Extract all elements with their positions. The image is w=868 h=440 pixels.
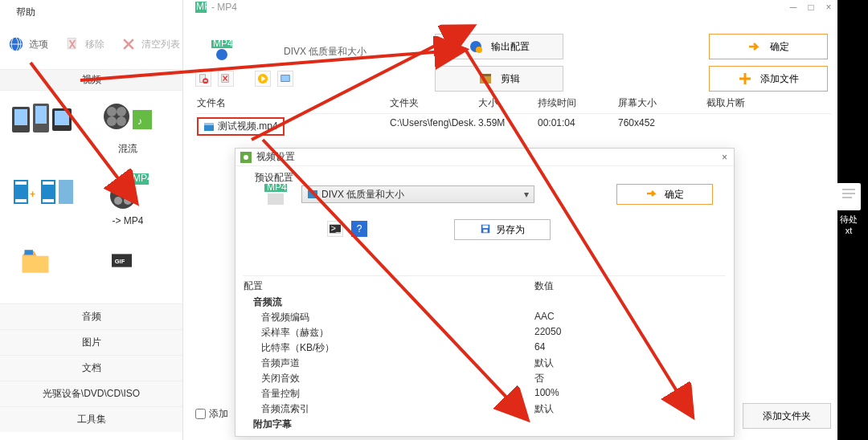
svg-point-8 [104, 104, 129, 129]
cfg-value [534, 418, 726, 431]
dialog-close-icon[interactable]: × [722, 152, 727, 163]
cell-folder: C:\Users\feng\Desk.. [388, 117, 477, 136]
play-icon[interactable] [255, 71, 271, 87]
sidebar-item-optical[interactable]: 光驱设备\DVD\CD\ISO [0, 381, 182, 406]
text-file-icon [837, 183, 861, 210]
menu-help[interactable]: 帮助 [16, 6, 35, 19]
cfg-value: AAC [534, 311, 726, 324]
window-titlebar: MP4 - MP4 [195, 0, 837, 14]
film-music-icon: ♪ [96, 99, 160, 139]
cfg-row[interactable]: 音视频编码AAC [244, 310, 726, 325]
add-folder-checkbox[interactable]: 添加 [195, 407, 228, 421]
cfg-value: 否 [534, 372, 726, 385]
svg-point-12 [117, 116, 126, 126]
dialog-ok-button[interactable]: 确定 [616, 184, 713, 205]
add-folder-button[interactable]: 添加文件夹 [743, 403, 831, 429]
svg-point-28 [114, 197, 122, 205]
svg-rect-60 [483, 225, 489, 228]
cfg-row[interactable]: 附加字幕 [244, 417, 726, 431]
thumb-mix-label: 混流 [92, 142, 164, 156]
cfg-row[interactable]: 比特率（KB/秒）64 [244, 340, 726, 356]
save-as-button[interactable]: 另存为 [454, 219, 551, 240]
svg-rect-48 [281, 75, 290, 82]
profile-label: DIVX 低质量和大小 [284, 45, 366, 59]
options-button[interactable]: 选项 [6, 35, 48, 54]
clear-button[interactable]: 清空列表 [119, 35, 180, 54]
arrow-right-icon [747, 39, 762, 54]
th-name[interactable]: 文件名 [195, 96, 388, 110]
desktop-file[interactable]: 待处 xt [834, 183, 863, 235]
th-duration[interactable]: 持续时间 [536, 96, 616, 110]
cell-duration: 00:01:04 [536, 117, 616, 136]
cfg-row[interactable]: 音频流索引默认 [244, 401, 726, 417]
cfg-key: 音频流 [244, 295, 534, 309]
gif-icon: GIF [96, 242, 160, 283]
cfg-row[interactable]: 音频声道默认 [244, 356, 726, 371]
svg-rect-55 [268, 194, 284, 205]
add-file-button[interactable]: 添加文件 [709, 66, 828, 92]
svg-text:MP4: MP4 [213, 40, 232, 49]
svg-rect-56 [308, 190, 317, 198]
maximize-icon[interactable]: □ [805, 2, 817, 13]
cell-name: 测试视频.mp4 [218, 120, 278, 133]
thumb-gif[interactable]: GIF [92, 242, 164, 286]
thumb-combine[interactable]: + [6, 172, 79, 226]
sidebar-item-audio[interactable]: 音频 [0, 304, 182, 329]
add-folder-button-label: 添加文件夹 [763, 409, 811, 423]
svg-rect-42 [480, 74, 491, 76]
remove-button[interactable]: 移除 [63, 35, 104, 54]
add-folder-checkbox-input[interactable] [195, 409, 206, 419]
cfg-key: 采样率（赫兹） [244, 326, 534, 340]
thumbnail-icon[interactable] [277, 71, 293, 87]
thumb-tomp4[interactable]: MP4 -> MP4 [92, 172, 164, 226]
cfg-row[interactable]: 音量控制100% [244, 386, 726, 401]
file-table: 文件名 文件夹 大小 持续时间 屏幕大小 截取片断 测试视频.mp4 C:\Us… [195, 96, 831, 139]
terminal-icon[interactable]: >_ [327, 221, 343, 237]
svg-rect-21 [43, 199, 54, 202]
minimize-icon[interactable]: ─ [788, 2, 799, 13]
svg-point-52 [244, 155, 248, 160]
cfg-key: 音频流索引 [244, 402, 534, 416]
remove-file-icon[interactable] [195, 71, 211, 87]
edit-button[interactable]: 剪辑 [435, 66, 563, 92]
cfg-header-key: 配置 [244, 279, 534, 293]
save-icon [480, 223, 491, 237]
add-file-label: 添加文件 [760, 72, 799, 86]
output-config-button[interactable]: 输出配置 [435, 34, 563, 59]
help-icon[interactable]: ? [351, 221, 367, 237]
cfg-row[interactable]: 关闭音效否 [244, 371, 726, 386]
cfg-key: 音量控制 [244, 387, 534, 401]
confirm-button[interactable]: 确定 [709, 34, 828, 59]
thumb-devices[interactable] [6, 99, 79, 156]
cfg-row[interactable]: 音频流 [244, 295, 726, 310]
config-table: 配置 数值 音频流音视频编码AAC采样率（赫兹）22050比特率（KB/秒）64… [244, 275, 726, 431]
cfg-key: 附加字幕 [244, 418, 534, 431]
app-icon: MP4 [195, 2, 207, 13]
sidebar-item-tools[interactable]: 工具集 [0, 406, 182, 432]
th-dim[interactable]: 屏幕大小 [616, 96, 705, 110]
thumb-folder[interactable] [6, 242, 79, 286]
cfg-value: 默认 [534, 356, 726, 370]
sidebar-item-doc[interactable]: 文档 [0, 355, 182, 381]
svg-text:MP4: MP4 [196, 2, 207, 12]
th-cut[interactable]: 截取片断 [705, 96, 831, 110]
cfg-row[interactable]: 采样率（赫兹）22050 [244, 325, 726, 340]
thumb-film-music[interactable]: ♪ 混流 [92, 99, 164, 156]
svg-point-9 [107, 107, 117, 116]
th-folder[interactable]: 文件夹 [388, 96, 477, 110]
preset-dropdown[interactable]: DIVX 低质量和大小 ▾ [301, 185, 534, 203]
cell-size: 3.59M [477, 117, 536, 136]
th-size[interactable]: 大小 [477, 96, 536, 110]
svg-text:MP4: MP4 [267, 184, 287, 193]
svg-rect-20 [43, 181, 54, 185]
sidebar-item-image[interactable]: 图片 [0, 329, 182, 355]
table-header: 文件名 文件夹 大小 持续时间 屏幕大小 截取片断 [195, 96, 831, 114]
cell-dim: 760x452 [616, 117, 705, 136]
svg-text:+: + [30, 189, 35, 200]
close-icon[interactable]: × [823, 2, 834, 13]
section-video[interactable]: 视频 [0, 69, 182, 91]
table-row[interactable]: 测试视频.mp4 C:\Users\feng\Desk.. 3.59M 00:0… [195, 114, 831, 139]
svg-point-29 [124, 197, 132, 205]
cfg-value: 64 [534, 341, 726, 355]
clear-list-icon[interactable] [218, 71, 234, 87]
